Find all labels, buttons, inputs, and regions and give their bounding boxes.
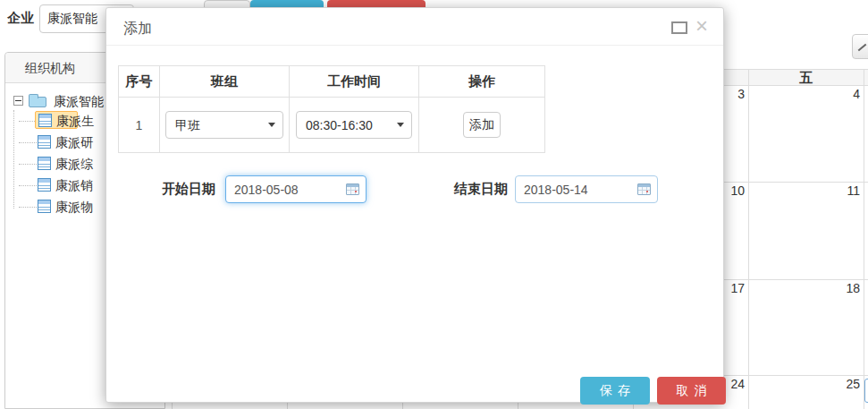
- maximize-icon[interactable]: [671, 21, 687, 34]
- table-row: 1 甲班 08:30-16:30: [119, 98, 545, 153]
- tree-item-label[interactable]: 康派综: [55, 155, 93, 173]
- enterprise-label: 企业: [7, 10, 34, 27]
- collapse-toggle-icon[interactable]: [13, 96, 23, 106]
- cancel-button[interactable]: 取消: [657, 377, 726, 405]
- app-window: 企业 组织机构 康派智能 康派生 康派研 康派综 康派销: [0, 0, 868, 409]
- start-date-label: 开始日期: [162, 181, 215, 198]
- calendar-icon[interactable]: [637, 183, 651, 195]
- column-header-team: 班组: [160, 66, 290, 98]
- end-date-input[interactable]: [515, 175, 658, 203]
- column-header-index: 序号: [119, 66, 160, 98]
- tree-root-label[interactable]: 康派智能: [54, 92, 104, 110]
- shift-schedule-table: 序号 班组 工作时间 操作 1 甲班: [118, 65, 545, 153]
- tree-item-selected[interactable]: 康派生: [35, 111, 78, 129]
- calendar-day-number[interactable]: 18: [752, 281, 860, 295]
- add-dialog: 添加 × 序号 班组 工作时间 操作 1 甲班: [105, 7, 724, 403]
- dialog-title: 添加: [123, 20, 152, 38]
- table-header-row: 序号 班组 工作时间 操作: [119, 66, 545, 98]
- calendar-icon[interactable]: [346, 183, 359, 195]
- save-button[interactable]: 保存: [580, 377, 650, 405]
- tree-item-label[interactable]: 康派销: [55, 176, 93, 194]
- department-icon: [38, 200, 51, 213]
- column-header-worktime: 工作时间: [290, 66, 419, 98]
- tree-item-label[interactable]: 康派物: [55, 198, 93, 216]
- nav-arrow-icon: [858, 44, 867, 52]
- tree-connector-line: [13, 110, 14, 209]
- calendar-day-number[interactable]: 25: [752, 377, 860, 391]
- team-select[interactable]: 甲班: [165, 111, 283, 139]
- tree-item-label[interactable]: 康派生: [56, 114, 94, 128]
- row-index: 1: [119, 98, 160, 153]
- department-icon: [38, 157, 51, 170]
- add-row-button[interactable]: 添加: [463, 112, 501, 138]
- calendar-event-sliver[interactable]: [864, 379, 868, 403]
- column-header-action: 操作: [419, 66, 545, 98]
- calendar-day-number[interactable]: 11: [752, 183, 860, 198]
- worktime-select[interactable]: 08:30-16:30: [296, 111, 412, 139]
- department-icon: [38, 114, 52, 127]
- tree-item-label[interactable]: 康派研: [55, 133, 93, 151]
- close-icon[interactable]: ×: [692, 13, 712, 38]
- title-divider: [106, 45, 723, 46]
- department-icon: [38, 178, 51, 192]
- department-icon: [38, 135, 51, 149]
- folder-icon: [29, 97, 46, 107]
- end-date-label: 结束日期: [454, 181, 508, 198]
- calendar-day-number[interactable]: 4: [752, 87, 860, 101]
- calendar-day-of-week-header: 五: [748, 70, 864, 87]
- calendar-nav-button[interactable]: [852, 34, 868, 59]
